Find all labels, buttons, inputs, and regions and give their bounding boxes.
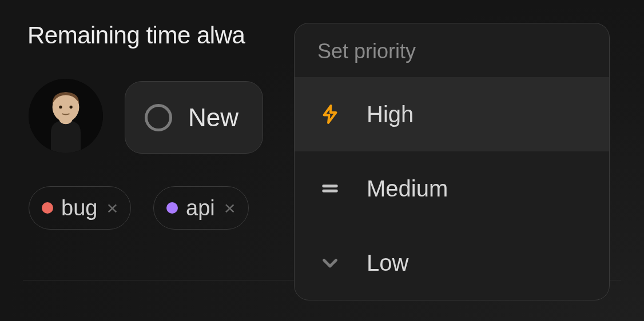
tag-color-dot	[166, 202, 178, 214]
priority-option-high[interactable]: High	[295, 77, 609, 151]
tag-bug[interactable]: bug ×	[29, 186, 131, 230]
tag-color-dot	[42, 202, 53, 214]
close-icon[interactable]: ×	[106, 198, 118, 218]
lightning-icon	[319, 103, 341, 126]
tag-label: api	[186, 196, 215, 220]
svg-point-4	[70, 106, 73, 109]
svg-point-3	[59, 106, 62, 109]
popover-title: Set priority	[295, 23, 609, 77]
priority-option-medium[interactable]: Medium	[295, 151, 609, 226]
priority-label: Low	[367, 250, 408, 276]
priority-option-low[interactable]: Low	[295, 226, 609, 300]
priority-label: Medium	[367, 176, 448, 202]
priority-label: High	[367, 102, 414, 127]
priority-popover: Set priority High Medium Low	[294, 23, 610, 300]
status-circle-icon	[145, 104, 172, 131]
chevron-down-icon	[319, 251, 341, 274]
tag-label: bug	[61, 196, 97, 220]
card-title: Remaining time alwa	[27, 22, 245, 49]
close-icon[interactable]: ×	[224, 198, 236, 218]
tag-api[interactable]: api ×	[153, 186, 249, 230]
avatar-image	[29, 79, 103, 153]
equals-icon	[319, 177, 341, 200]
status-pill[interactable]: New	[125, 81, 263, 154]
assignee-avatar[interactable]	[29, 79, 103, 153]
status-label: New	[188, 103, 238, 132]
svg-point-2	[59, 114, 72, 124]
